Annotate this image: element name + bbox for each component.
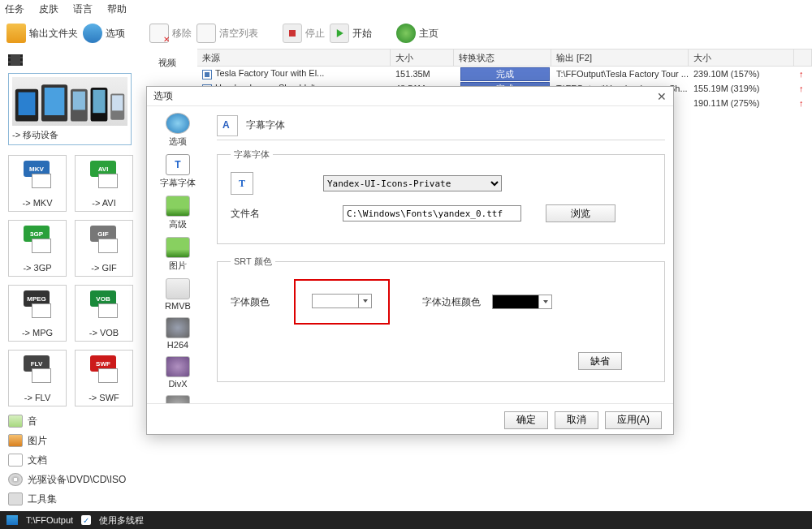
dialog-nav-H264[interactable]: H264 — [147, 317, 209, 350]
format-tile-avi[interactable]: AVI-> AVI — [75, 155, 133, 212]
svg-rect-3 — [45, 88, 65, 115]
cancel-button[interactable]: 取消 — [555, 411, 598, 429]
category-icon — [8, 415, 23, 428]
col-output[interactable]: 输出 [F2] — [551, 49, 689, 66]
options-label: 选项 — [106, 27, 125, 41]
category-disc[interactable]: 光驱设备\DVD\CD\ISO — [3, 470, 138, 489]
menu-lang[interactable]: 语言 — [73, 2, 93, 16]
dialog-nav-label: 高级 — [147, 218, 209, 230]
format-tile-mkv[interactable]: MKV-> MKV — [8, 155, 67, 212]
dialog-nav-高级[interactable]: 高级 — [147, 196, 209, 230]
border-color-picker[interactable] — [492, 295, 552, 309]
options-button[interactable]: 选项 — [83, 24, 125, 43]
format-tile-label: -> SWF — [89, 393, 119, 402]
category-icon — [8, 473, 23, 486]
category-music[interactable]: 音 — [3, 411, 138, 431]
srt-color-legend: SRT 颜色 — [231, 256, 275, 268]
dialog-nav-RMVB[interactable]: RMVB — [147, 278, 209, 311]
format-page-icon — [98, 174, 118, 188]
file-list-header: 来源 大小 转换状态 输出 [F2] 大小 — [197, 49, 812, 67]
format-tile-label: -> FLV — [24, 393, 51, 402]
dialog-nav-label: H264 — [147, 340, 209, 350]
srt-color-group: SRT 颜色 字体颜色 字体边框颜色 — [217, 256, 665, 382]
dialog-nav-icon — [166, 356, 190, 377]
chevron-down-icon[interactable] — [538, 295, 551, 308]
format-tile-vob[interactable]: VOB-> VOB — [75, 285, 133, 342]
dialog-nav-label: 图片 — [147, 260, 209, 272]
video-section-header[interactable] — [3, 52, 138, 68]
options-dialog: 选项 ✕ 选项T字幕字体高级图片RMVBH264DivX 字幕字体 字幕字体 T… — [146, 86, 674, 435]
remove-button[interactable]: 移除 — [149, 24, 192, 43]
stop-label: 停止 — [305, 27, 325, 41]
font-select[interactable]: Yandex-UI-Icons-Private — [323, 175, 502, 191]
start-button[interactable]: 开始 — [330, 24, 372, 43]
filename-input[interactable] — [343, 205, 521, 221]
clear-list-button[interactable]: 清空列表 — [197, 24, 258, 43]
format-tile-3gp[interactable]: 3GP-> 3GP — [8, 220, 67, 277]
menu-task[interactable]: 任务 — [5, 2, 24, 16]
border-color-swatch — [493, 295, 538, 308]
stop-button[interactable]: 停止 — [283, 24, 325, 43]
category-tool[interactable]: 工具集 — [3, 489, 138, 509]
default-button[interactable]: 缺省 — [578, 352, 622, 370]
col-source[interactable]: 来源 — [197, 49, 391, 66]
col-size[interactable]: 大小 — [391, 49, 454, 66]
format-page-icon — [32, 239, 51, 253]
category-label: 光驱设备\DVD\CD\ISO — [28, 473, 126, 487]
close-icon[interactable]: ✕ — [657, 90, 667, 103]
category-pic[interactable]: 图片 — [3, 431, 138, 450]
border-color-label: 字体边框颜色 — [422, 295, 481, 309]
format-tile-mpeg[interactable]: MPEG-> MPG — [8, 285, 67, 342]
format-tile-label: -> MKV — [23, 198, 53, 208]
category-label: 图片 — [28, 434, 47, 448]
font-group-legend: 字幕字体 — [231, 148, 273, 161]
format-tile-grid: MKV-> MKVAVI-> AVI3GP-> 3GPGIF-> GIFMPEG… — [3, 150, 138, 411]
dialog-title-text: 选项 — [153, 89, 173, 103]
col-status[interactable]: 转换状态 — [454, 49, 551, 66]
col-outsize[interactable]: 大小 — [689, 49, 794, 66]
svg-rect-7 — [93, 90, 105, 113]
dialog-nav-字幕字体[interactable]: T字幕字体 — [147, 154, 209, 189]
dialog-nav-图片[interactable]: 图片 — [147, 237, 209, 272]
dialog-nav-icon — [166, 113, 190, 134]
format-page-icon — [32, 303, 51, 318]
dialog-nav-label: 字幕字体 — [147, 177, 209, 189]
svg-rect-1 — [19, 92, 36, 115]
multithread-checkbox[interactable]: ✓ — [81, 515, 91, 525]
category-label: 工具集 — [28, 492, 57, 506]
output-folder-button[interactable]: 输出文件夹 — [6, 24, 78, 43]
format-tile-swf[interactable]: SWF-> SWF — [75, 350, 133, 406]
dialog-nav-选项[interactable]: 选项 — [147, 113, 209, 148]
dialog-nav-icon — [166, 278, 190, 299]
chevron-down-icon[interactable] — [358, 295, 371, 308]
format-tile-flv[interactable]: FLV-> FLV — [8, 350, 67, 406]
apply-button[interactable]: 应用(A) — [605, 411, 662, 429]
browse-button[interactable]: 浏览 — [546, 204, 615, 222]
category-doc[interactable]: 文档 — [3, 450, 138, 470]
mobile-devices-tile[interactable]: -> 移动设备 — [8, 73, 132, 145]
ok-button[interactable]: 确定 — [504, 411, 548, 429]
toolbar: 输出文件夹 选项 移除 清空列表 停止 开始 主页 — [0, 18, 812, 49]
dialog-nav-icon — [166, 237, 190, 258]
statusbar-path: T:\FFOutput — [26, 515, 73, 525]
menu-help[interactable]: 帮助 — [107, 2, 127, 16]
remove-label: 移除 — [172, 27, 192, 41]
dialog-nav-more[interactable] — [147, 395, 209, 403]
font-group: 字幕字体 T Yandex-UI-Icons-Private 文件名 浏览 — [217, 148, 665, 244]
format-tile-gif[interactable]: GIF-> GIF — [75, 220, 133, 277]
home-button[interactable]: 主页 — [396, 24, 438, 43]
font-glyph-icon: T — [231, 172, 253, 195]
category-list: 音图片文档光驱设备\DVD\CD\ISO工具集 — [3, 411, 138, 509]
dialog-nav-label: 选项 — [147, 135, 209, 148]
menu-skin[interactable]: 皮肤 — [39, 2, 58, 16]
dialog-nav: 选项T字幕字体高级图片RMVBH264DivX — [147, 106, 209, 403]
svg-rect-9 — [112, 95, 123, 110]
category-icon — [8, 454, 23, 467]
dialog-header-text: 字幕字体 — [246, 118, 285, 132]
table-row[interactable]: Tesla Factory Tour with El...151.35M完成T:… — [197, 67, 812, 81]
font-color-picker[interactable] — [312, 294, 372, 308]
dialog-main: 字幕字体 字幕字体 T Yandex-UI-Icons-Private 文件名 … — [209, 106, 673, 403]
clear-icon — [197, 24, 216, 43]
dialog-nav-DivX[interactable]: DivX — [147, 356, 209, 389]
format-tile-label: -> 3GP — [23, 263, 51, 273]
